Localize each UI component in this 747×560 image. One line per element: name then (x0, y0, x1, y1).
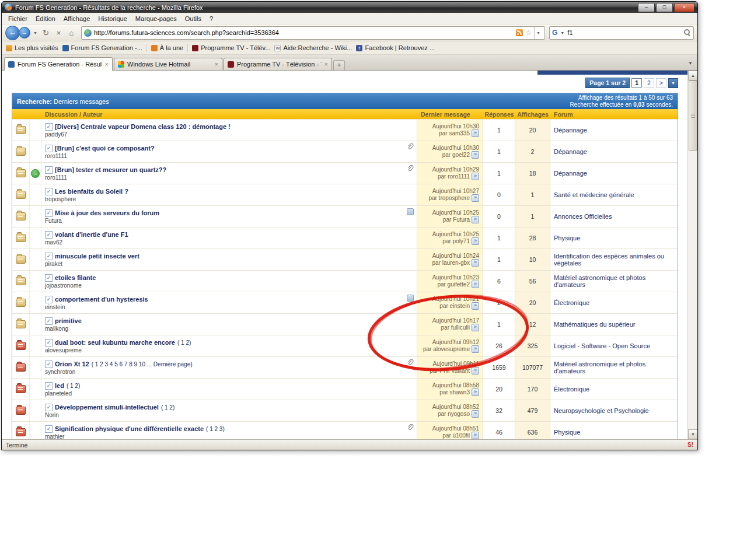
thread-title-link[interactable]: Orion Xt 12 (55, 360, 89, 368)
scroll-down-icon[interactable]: ▼ (688, 429, 697, 439)
forum-link[interactable]: Matériel astronomique et photos d'amateu… (554, 360, 674, 374)
forum-link[interactable]: Électronique (554, 386, 589, 393)
title-bar[interactable]: Forum FS Generation - Résultats de la re… (2, 2, 697, 13)
thread-pages-links[interactable]: ( 1 2) (177, 340, 191, 346)
thread-title-link[interactable]: etoiles filante (55, 274, 96, 281)
thread-title-link[interactable]: comportement d'un hysteresis (55, 296, 148, 303)
forward-button[interactable]: → (19, 27, 30, 38)
thread-checkbox[interactable]: ✓ (45, 231, 53, 239)
search-engine-dropdown-icon[interactable]: ▼ (559, 31, 566, 35)
forum-link[interactable]: Physique (554, 429, 580, 436)
maximize-button[interactable]: □ (656, 3, 673, 12)
forum-link[interactable]: Dépannage (554, 127, 587, 134)
forum-link[interactable]: Mathématiques du supérieur (554, 321, 635, 328)
close-button[interactable]: × (674, 3, 694, 12)
forum-link[interactable]: Identification des espèces animales ou v… (554, 253, 674, 267)
forum-link[interactable]: Dépannage (554, 170, 587, 177)
goto-last-post-icon[interactable]: » (472, 410, 479, 418)
goto-last-post-icon[interactable]: » (472, 194, 479, 202)
goto-last-post-icon[interactable]: » (472, 237, 479, 245)
menu-affichage[interactable]: Affichage (60, 14, 95, 23)
thread-pages-links[interactable]: ( 1 2) (67, 383, 80, 389)
url-input[interactable] (94, 29, 514, 36)
thread-checkbox[interactable]: ✓ (45, 209, 53, 217)
goto-last-post-icon[interactable]: » (472, 302, 479, 310)
thread-checkbox[interactable]: ✓ (45, 404, 53, 411)
forum-link[interactable]: Électronique (554, 299, 589, 306)
thread-checkbox[interactable]: ✓ (45, 166, 53, 174)
menu-fichier[interactable]: Fichier (4, 14, 32, 23)
thread-checkbox[interactable]: ✓ (45, 317, 53, 325)
bookmark-most-visited[interactable]: Les plus visités (6, 44, 58, 51)
forum-link[interactable]: Santé et médecine générale (554, 191, 634, 198)
forum-link[interactable]: Logiciel - Software - Open Source (554, 342, 650, 349)
thread-checkbox[interactable]: ✓ (45, 188, 53, 195)
thread-title-link[interactable]: dual boot: seul kubuntu marche encore (55, 339, 175, 346)
url-dropdown-icon[interactable]: ▼ (534, 27, 542, 39)
scroll-up-icon[interactable]: ▲ (688, 71, 697, 80)
tab-close-icon[interactable]: × (324, 61, 328, 68)
next-page-link[interactable]: > (656, 78, 666, 88)
forum-link[interactable]: Matériel astronomique et photos d'amateu… (554, 274, 674, 288)
goto-last-post-icon[interactable]: » (472, 388, 479, 396)
thread-title-link[interactable]: led (55, 382, 64, 389)
goto-last-post-icon[interactable]: » (472, 259, 479, 267)
search-input[interactable] (567, 29, 682, 36)
tab-close-icon[interactable]: × (215, 61, 218, 68)
thread-title-link[interactable]: minuscule petit insecte vert (55, 253, 139, 260)
content-scrollbar[interactable]: ▲ ▼ (687, 71, 697, 439)
thread-title-link[interactable]: [Divers] Centrale vapeur Domena class 12… (55, 123, 231, 130)
unread-arrow-icon[interactable]: → (31, 169, 40, 178)
forum-link[interactable]: Neuropsychologie et Psychologie (554, 407, 649, 414)
minimize-button[interactable]: – (638, 3, 655, 12)
thread-checkbox[interactable]: ✓ (45, 339, 53, 346)
goto-last-post-icon[interactable]: » (472, 216, 479, 223)
goto-last-post-icon[interactable]: » (472, 432, 479, 439)
reload-button[interactable]: ↻ (40, 29, 51, 37)
home-button[interactable]: ⌂ (66, 29, 77, 37)
thread-checkbox[interactable]: ✓ (45, 274, 53, 282)
back-button[interactable]: ← (5, 26, 20, 40)
thread-title-link[interactable]: Mise à jour des serveurs du forum (55, 209, 159, 216)
pagination-dropdown-icon[interactable]: ▼ (668, 78, 678, 88)
thread-checkbox[interactable]: ✓ (45, 296, 53, 303)
goto-last-post-icon[interactable]: » (472, 324, 479, 331)
goto-last-post-icon[interactable]: » (472, 130, 479, 137)
thread-title-link[interactable]: [Brun] tester et mesurer un quartz?? (55, 166, 166, 173)
goto-last-post-icon[interactable]: » (472, 173, 479, 180)
thread-pages-links[interactable]: ( 1 2) (161, 404, 174, 411)
thread-checkbox[interactable]: ✓ (45, 425, 53, 433)
bookmark-wiki-aide[interactable]: W Aide:Recherche - Wiki... (274, 44, 352, 51)
thread-title-link[interactable]: [Brun] c'est quoi ce composant? (55, 145, 155, 152)
tab-forum-fs[interactable]: Forum FS Generation - Résultats ... × (4, 57, 113, 71)
goto-last-post-icon[interactable]: » (472, 281, 479, 288)
page-1-link[interactable]: 1 (631, 78, 642, 88)
bookmark-forum-fs[interactable]: Forum FS Generation -... (62, 44, 142, 51)
menu-historique[interactable]: Historique (94, 14, 131, 23)
thread-pages-links[interactable]: ( 1 2 3 4 5 6 7 8 9 10 ... Dernière page… (92, 361, 193, 368)
rss-icon[interactable] (516, 29, 523, 36)
thread-title-link[interactable]: primitive (55, 317, 82, 324)
forum-link[interactable]: Physique (554, 235, 580, 242)
page-2-link[interactable]: 2 (644, 78, 654, 88)
bookmark-star-icon[interactable]: ☆ (525, 29, 532, 36)
new-tab-button[interactable]: + (333, 60, 345, 70)
forum-link[interactable]: Annonces Officielles (554, 213, 612, 220)
thread-checkbox[interactable]: ✓ (45, 360, 53, 368)
menu-marque-pages[interactable]: Marque-pages (131, 14, 181, 23)
goto-last-post-icon[interactable]: » (472, 367, 479, 374)
skype-extension-icon[interactable]: S! (687, 442, 693, 448)
thread-title-link[interactable]: Signification physique d'une différentie… (55, 425, 204, 432)
forum-link[interactable]: Dépannage (554, 148, 587, 155)
thread-checkbox[interactable]: ✓ (45, 382, 53, 390)
tab-hotmail[interactable]: Windows Live Hotmail × (114, 58, 222, 70)
tab-close-icon[interactable]: × (105, 61, 109, 68)
menu-outils[interactable]: Outils (181, 14, 205, 23)
thread-checkbox[interactable]: ✓ (45, 253, 53, 260)
scrollbar-thumb[interactable] (689, 80, 697, 150)
menu-help[interactable]: ? (205, 14, 217, 23)
thread-pages-links[interactable]: ( 1 2 3) (206, 426, 225, 432)
thread-checkbox[interactable]: ✓ (45, 145, 53, 152)
goto-last-post-icon[interactable]: » (472, 151, 479, 159)
tab-programme-tv[interactable]: Programme TV - Télévision - Téléra... × (224, 58, 332, 70)
